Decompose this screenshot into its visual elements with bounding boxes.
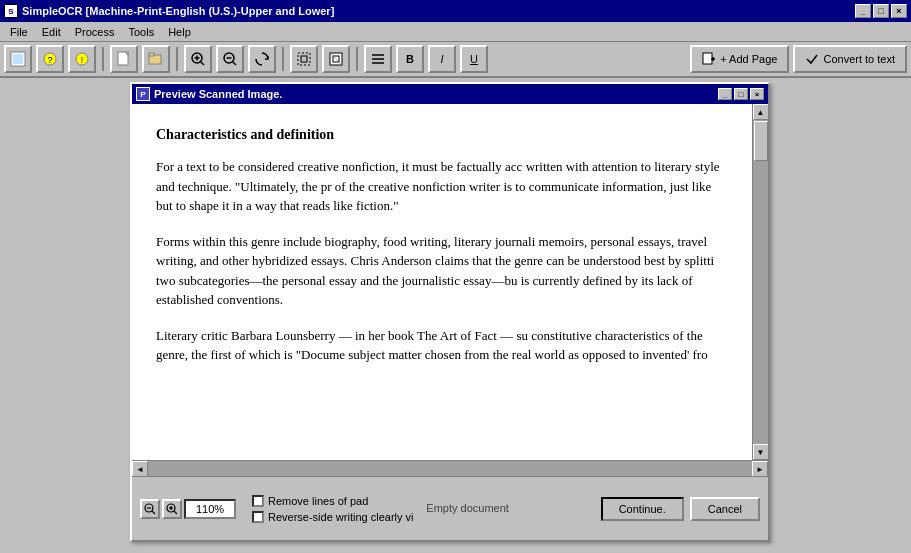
svg-line-10 xyxy=(201,62,205,66)
h-scrollbar-track[interactable] xyxy=(148,461,752,476)
svg-rect-24 xyxy=(703,53,712,64)
minimize-button[interactable]: _ xyxy=(855,4,871,18)
empty-document-label: Empty document xyxy=(426,502,509,514)
main-area: P Preview Scanned Image. _ □ × Character… xyxy=(0,78,911,553)
svg-line-31 xyxy=(174,511,177,514)
dialog-footer: Remove lines of pad Reverse-side writing… xyxy=(132,476,768,540)
toolbar-underline-button[interactable]: U xyxy=(460,45,488,73)
cancel-button[interactable]: Cancel xyxy=(690,497,760,521)
menu-tools[interactable]: Tools xyxy=(122,24,160,40)
separator-4 xyxy=(356,47,358,71)
continue-button[interactable]: Continue. xyxy=(601,497,684,521)
toolbar: ? ! xyxy=(0,42,911,78)
scroll-left-button[interactable]: ◄ xyxy=(132,461,148,477)
svg-line-28 xyxy=(152,511,155,514)
bold-label: B xyxy=(406,53,414,65)
dialog-title: Preview Scanned Image. xyxy=(154,88,282,100)
svg-rect-1 xyxy=(13,54,23,64)
toolbar-zoom-in[interactable] xyxy=(184,45,212,73)
add-page-button[interactable]: + Add Page xyxy=(690,45,789,73)
checkboxes-area: Remove lines of pad Reverse-side writing… xyxy=(252,495,418,523)
separator-3 xyxy=(282,47,284,71)
doc-paragraph-1: For a text to be considered creative non… xyxy=(156,157,728,216)
menu-process[interactable]: Process xyxy=(69,24,121,40)
convert-to-text-button[interactable]: Convert to text xyxy=(793,45,907,73)
add-page-label: + Add Page xyxy=(720,53,777,65)
toolbar-italic-button[interactable]: I xyxy=(428,45,456,73)
scrollbar-thumb[interactable] xyxy=(754,121,768,161)
zoom-controls xyxy=(140,499,236,519)
doc-content: Characteristics and definition For a tex… xyxy=(132,104,752,460)
underline-label: U xyxy=(470,53,478,65)
zoom-out-btn[interactable] xyxy=(140,499,160,519)
continue-label: Continue. xyxy=(619,503,666,515)
cancel-label: Cancel xyxy=(708,503,742,515)
dialog-close-button[interactable]: × xyxy=(750,88,764,100)
separator-1 xyxy=(102,47,104,71)
footer-buttons: Continue. Cancel xyxy=(601,497,760,521)
remove-lines-checkbox[interactable] xyxy=(252,495,264,507)
remove-lines-label: Remove lines of pad xyxy=(268,495,368,507)
dialog-minimize-button[interactable]: _ xyxy=(718,88,732,100)
toolbar-btn-new[interactable] xyxy=(110,45,138,73)
toolbar-btn-2[interactable]: ? xyxy=(36,45,64,73)
scrollbar-track[interactable] xyxy=(753,120,768,444)
toolbar-rotate[interactable] xyxy=(248,45,276,73)
toolbar-zoom-out[interactable] xyxy=(216,45,244,73)
close-button[interactable]: × xyxy=(891,4,907,18)
dialog-icon: P xyxy=(136,87,150,101)
doc-paragraph-3: Literary critic Barbara Lounsberry — in … xyxy=(156,326,728,365)
menu-help[interactable]: Help xyxy=(162,24,197,40)
app-icon: S xyxy=(4,4,18,18)
dialog-title-bar: P Preview Scanned Image. _ □ × xyxy=(132,84,768,104)
maximize-button[interactable]: □ xyxy=(873,4,889,18)
toolbar-bold-button[interactable]: B xyxy=(396,45,424,73)
toolbar-btn-open[interactable] xyxy=(142,45,170,73)
doc-heading: Characteristics and definition xyxy=(156,124,728,145)
reverse-side-label: Reverse-side writing clearly vi xyxy=(268,511,414,523)
menu-file[interactable]: File xyxy=(4,24,34,40)
toolbar-btn-3[interactable]: ! xyxy=(68,45,96,73)
reverse-side-checkbox[interactable] xyxy=(252,511,264,523)
zoom-in-btn[interactable] xyxy=(162,499,182,519)
dialog-maximize-button[interactable]: □ xyxy=(734,88,748,100)
convert-label: Convert to text xyxy=(823,53,895,65)
zoom-level-input[interactable] xyxy=(184,499,236,519)
horizontal-scrollbar: ◄ ► xyxy=(132,460,768,476)
svg-line-14 xyxy=(233,62,237,66)
svg-rect-17 xyxy=(301,56,307,62)
separator-2 xyxy=(176,47,178,71)
svg-rect-8 xyxy=(149,53,154,56)
checkbox-row-2: Reverse-side writing clearly vi xyxy=(252,511,418,523)
scroll-up-button[interactable]: ▲ xyxy=(753,104,769,120)
vertical-scrollbar: ▲ ▼ xyxy=(752,104,768,460)
svg-text:?: ? xyxy=(47,55,52,65)
menu-bar: File Edit Process Tools Help xyxy=(0,22,911,42)
italic-label: I xyxy=(440,53,443,65)
svg-text:!: ! xyxy=(81,55,84,65)
app-title: SimpleOCR [Machine-Print-English (U.S.)-… xyxy=(22,5,334,17)
preview-dialog: P Preview Scanned Image. _ □ × Character… xyxy=(130,82,770,542)
doc-paragraph-2: Forms within this genre include biograph… xyxy=(156,232,728,310)
toolbar-image[interactable] xyxy=(322,45,350,73)
checkbox-row-1: Remove lines of pad xyxy=(252,495,418,507)
scroll-right-button[interactable]: ► xyxy=(752,461,768,477)
toolbar-select[interactable] xyxy=(290,45,318,73)
toolbar-btn-1[interactable] xyxy=(4,45,32,73)
menu-edit[interactable]: Edit xyxy=(36,24,67,40)
title-bar: S SimpleOCR [Machine-Print-English (U.S.… xyxy=(0,0,911,22)
toolbar-list[interactable] xyxy=(364,45,392,73)
doc-area: Characteristics and definition For a tex… xyxy=(132,104,768,460)
scroll-down-button[interactable]: ▼ xyxy=(753,444,769,460)
svg-rect-16 xyxy=(298,53,310,65)
